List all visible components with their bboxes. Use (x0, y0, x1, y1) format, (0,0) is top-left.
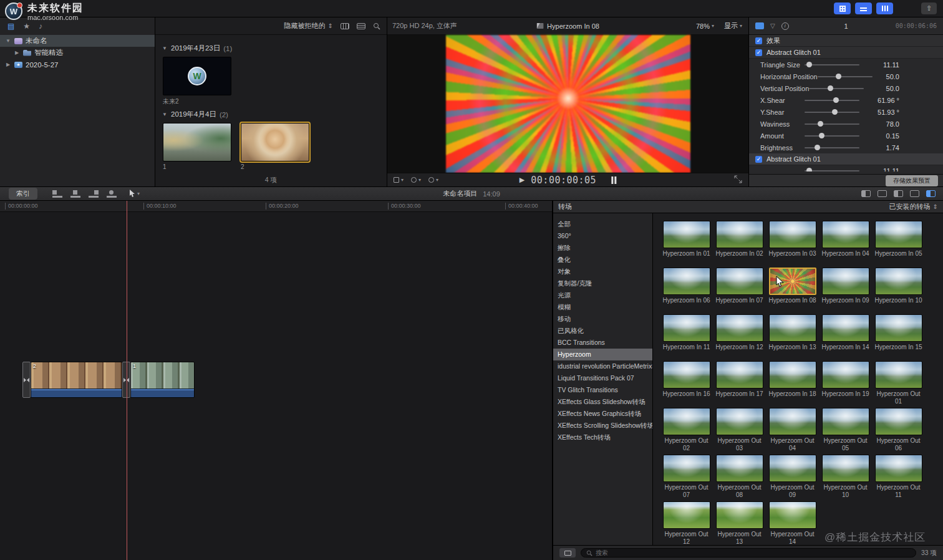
transition-thumbnail[interactable] (822, 361, 869, 389)
clip-item[interactable]: W未来2 (163, 57, 231, 106)
share-button[interactable]: ⇧ (921, 2, 937, 14)
transition-item[interactable]: Hyperzoom Out 08 (713, 455, 766, 500)
transition-thumbnail[interactable] (716, 314, 763, 342)
photos-tab-icon[interactable]: ★ (23, 22, 30, 31)
category-item[interactable]: XEffects Scrolling Slideshow转场 (553, 420, 652, 432)
transition-item[interactable]: Hyperzoom In 18 (766, 361, 819, 407)
tool-selector-dropdown[interactable]: ▾ (129, 190, 140, 198)
music-tab-icon[interactable]: ♪ (39, 22, 42, 31)
parameter-value[interactable]: 50.0 (870, 85, 899, 92)
index-button[interactable]: 索引 (9, 188, 37, 200)
transition-item[interactable]: Hyperzoom In 13 (766, 314, 819, 360)
transition-item[interactable]: Hyperzoom In 16 (660, 361, 713, 407)
slider-knob[interactable] (833, 97, 839, 103)
transition-thumbnail[interactable] (875, 408, 922, 435)
parameter-value[interactable]: 51.93 ° (866, 109, 899, 116)
transition-item[interactable]: Hyperzoom Out 10 (819, 455, 872, 500)
playhead[interactable] (127, 201, 127, 560)
transition-item[interactable]: Hyperzoom Out 01 (872, 361, 925, 407)
chevron-right-icon[interactable]: ▶ (14, 50, 20, 56)
fullscreen-icon[interactable] (734, 175, 742, 183)
trim-icon[interactable] (861, 190, 871, 197)
timecode-display[interactable]: 00:00:00:05 (531, 175, 596, 186)
checkbox-checked-icon[interactable] (755, 156, 762, 163)
slider-knob[interactable] (818, 121, 823, 127)
transition-thumbnail[interactable] (769, 361, 816, 389)
transition-thumbnail[interactable] (769, 501, 816, 529)
parameter-value[interactable]: 11.11 (866, 167, 899, 171)
installed-transitions-dropdown[interactable]: 已安装的转场 ⇕ (889, 202, 938, 211)
clip-thumbnail[interactable] (241, 123, 309, 162)
transition-item[interactable]: Hyperzoom In 11 (660, 314, 713, 360)
sidebar-item[interactable]: ▶智能精选 (0, 47, 155, 59)
parameter-value[interactable]: 78.0 (866, 120, 899, 128)
clip-thumbnail[interactable] (163, 123, 231, 162)
transition-item[interactable]: Hyperzoom Out 02 (660, 408, 713, 453)
transitions-search-input[interactable] (596, 549, 911, 556)
transition-item[interactable]: Hyperzoom In 14 (819, 314, 872, 360)
clip-item[interactable]: 2 (241, 123, 309, 170)
effects-dropdown[interactable]: ▾ (411, 177, 421, 183)
category-item[interactable]: 擦除 (553, 242, 652, 254)
transition-thumbnail[interactable] (716, 501, 763, 529)
slider-knob[interactable] (832, 109, 838, 115)
transition-item[interactable]: Hyperzoom In 09 (819, 268, 872, 313)
play-button[interactable]: ▶ (520, 176, 525, 184)
transition-thumbnail[interactable] (822, 268, 869, 295)
thumbnail-view-button[interactable] (559, 548, 576, 558)
parameter-value[interactable]: 11.11 (866, 61, 899, 69)
checkbox-checked-icon[interactable] (755, 49, 762, 56)
transitions-browser-icon[interactable] (926, 190, 936, 197)
chevron-down-icon[interactable]: ▼ (5, 38, 11, 44)
category-item[interactable]: 对象 (553, 266, 652, 278)
filter-icon[interactable]: ▽ (770, 22, 775, 29)
clip-group-header[interactable]: ▼2019年4月23日(1) (162, 44, 387, 53)
transition-item[interactable]: Hyperzoom In 08 (766, 268, 819, 313)
parameter-slider[interactable] (809, 85, 864, 92)
transition-thumbnail[interactable] (822, 455, 869, 482)
timeline-clip[interactable]: 1 (130, 362, 195, 398)
checkbox-checked-icon[interactable] (755, 37, 762, 44)
transition-thumbnail[interactable] (875, 361, 922, 389)
workspace-grid-button[interactable] (834, 2, 851, 14)
parameter-slider[interactable] (805, 61, 859, 69)
connect-edit-icon[interactable] (52, 190, 62, 198)
transition-thumbnail[interactable] (875, 221, 922, 248)
parameter-slider[interactable] (805, 120, 859, 128)
transition-item[interactable]: Hyperzoom In 12 (713, 314, 766, 360)
slider-knob[interactable] (815, 145, 820, 150)
inspector-panel-icon[interactable] (755, 22, 764, 29)
workspace-bars-button[interactable] (855, 2, 872, 14)
insert-edit-icon[interactable] (70, 190, 80, 198)
parameter-slider[interactable] (805, 144, 859, 152)
transition-item[interactable]: Hyperzoom In 17 (713, 361, 766, 407)
transition-thumbnail[interactable] (769, 314, 816, 342)
transition-thumbnail[interactable] (716, 408, 763, 435)
category-item[interactable]: 光源 (553, 289, 652, 301)
transition-thumbnail[interactable] (663, 268, 710, 295)
audio-meters[interactable] (611, 176, 616, 184)
parameter-slider[interactable] (805, 132, 859, 140)
category-item[interactable]: TV Glitch Transitions (553, 384, 652, 396)
category-item[interactable]: XEffects Tech转场 (553, 432, 652, 443)
transition-item[interactable]: Hyperzoom Out 14 (766, 501, 819, 545)
parameter-slider[interactable] (818, 73, 873, 80)
transition-thumbnail[interactable] (716, 268, 763, 295)
transition-item[interactable]: Hyperzoom Out 11 (872, 455, 925, 500)
timeline-clip[interactable]: 2 (31, 362, 122, 398)
timeline[interactable]: 00:00:00:0000:00:10:0000:00:20:0000:00:3… (0, 201, 553, 560)
slider-knob[interactable] (806, 62, 812, 67)
list-view-icon[interactable] (357, 23, 365, 29)
transition-item[interactable]: Hyperzoom In 05 (872, 221, 925, 266)
slider-knob[interactable] (806, 168, 812, 171)
clip-tab-icon[interactable]: ▤ (7, 22, 14, 31)
category-item[interactable]: 叠化 (553, 254, 652, 266)
transition-item[interactable]: Hyperzoom In 06 (660, 268, 713, 313)
sidebar-item[interactable]: ▶2020-5-27 (0, 59, 155, 70)
category-item[interactable]: 已风格化 (553, 325, 652, 337)
info-icon[interactable]: i (781, 22, 789, 30)
transition-item[interactable]: Hyperzoom In 10 (872, 268, 925, 313)
transition-thumbnail[interactable] (822, 314, 869, 342)
overwrite-edit-icon[interactable] (107, 190, 117, 198)
audio-meters-icon[interactable] (894, 190, 903, 197)
